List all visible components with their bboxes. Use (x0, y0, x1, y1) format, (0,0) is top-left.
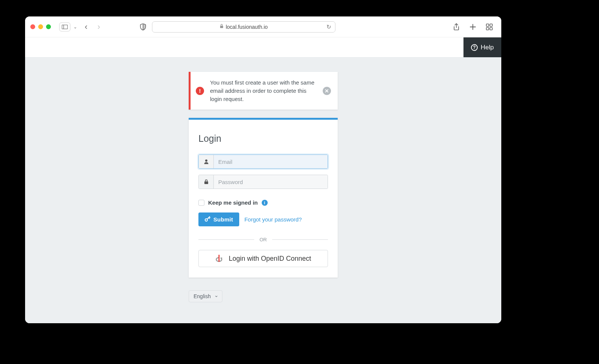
lock-icon (220, 24, 224, 30)
oidc-login-button[interactable]: Login with OpenID Connect (198, 250, 328, 267)
svg-rect-3 (486, 24, 489, 27)
help-icon: ? (471, 44, 478, 51)
privacy-shield-icon[interactable] (138, 22, 148, 32)
password-field-row (198, 175, 328, 189)
minimize-window-button[interactable] (38, 24, 43, 29)
forward-button[interactable]: › (94, 22, 104, 32)
svg-rect-2 (220, 26, 223, 28)
login-actions: Submit Forgot your password? (198, 212, 328, 226)
svg-rect-5 (486, 27, 489, 30)
share-button[interactable] (451, 22, 462, 32)
tab-group-dropdown[interactable]: ⌄ (73, 24, 77, 30)
submit-button[interactable]: Submit (198, 212, 239, 226)
svg-rect-8 (204, 181, 208, 184)
tab-overview-button[interactable] (484, 22, 495, 32)
password-input[interactable] (214, 175, 328, 189)
lock-icon (199, 175, 214, 189)
address-bar[interactable]: local.fusionauth.io ↻ (152, 21, 335, 33)
keep-signed-label: Keep me signed in (208, 199, 258, 206)
key-icon (204, 216, 210, 223)
page-viewport: ? Help ! You must first create a user wi… (25, 37, 501, 323)
oidc-label: Login with OpenID Connect (229, 255, 311, 263)
submit-label: Submit (213, 216, 233, 223)
maximize-window-button[interactable] (46, 24, 51, 29)
svg-rect-0 (62, 25, 68, 29)
app-topbar: ? Help (25, 37, 501, 58)
language-select[interactable]: English (189, 290, 222, 302)
info-icon[interactable]: i (262, 200, 268, 206)
email-field-row (198, 155, 328, 169)
alert-message: You must first create a user with the sa… (210, 79, 317, 103)
back-button[interactable]: ‹ (81, 22, 91, 32)
main-content: ! You must first create a user with the … (25, 58, 501, 302)
close-window-button[interactable] (30, 24, 35, 29)
svg-rect-10 (218, 255, 219, 262)
address-text: local.fusionauth.io (226, 24, 268, 30)
help-label: Help (481, 44, 494, 51)
keep-signed-checkbox[interactable] (198, 200, 204, 206)
login-panel: Login Keep me signed in i (189, 118, 338, 278)
browser-window: ⌄ ‹ › local.fusionauth.io ↻ (25, 16, 501, 323)
login-heading: Login (198, 133, 328, 144)
user-icon (199, 155, 214, 168)
or-divider: OR (198, 237, 328, 242)
sidebar-toggle-button[interactable] (59, 22, 70, 31)
browser-toolbar: ⌄ ‹ › local.fusionauth.io ↻ (25, 16, 501, 37)
error-alert: ! You must first create a user with the … (189, 72, 338, 110)
forgot-password-link[interactable]: Forgot your password? (244, 216, 302, 223)
svg-rect-4 (490, 24, 493, 27)
svg-rect-6 (490, 27, 493, 30)
help-button[interactable]: ? Help (463, 37, 501, 57)
openid-icon (215, 254, 223, 263)
divider-label: OR (259, 237, 267, 242)
email-input[interactable] (214, 155, 328, 168)
alert-close-button[interactable]: ✕ (323, 87, 331, 95)
new-tab-button[interactable] (468, 22, 478, 32)
alert-icon: ! (196, 87, 204, 95)
svg-point-7 (205, 160, 207, 162)
window-controls (30, 24, 51, 29)
keep-signed-row: Keep me signed in i (198, 199, 328, 206)
language-row: English (189, 290, 338, 302)
reload-button[interactable]: ↻ (326, 24, 331, 30)
